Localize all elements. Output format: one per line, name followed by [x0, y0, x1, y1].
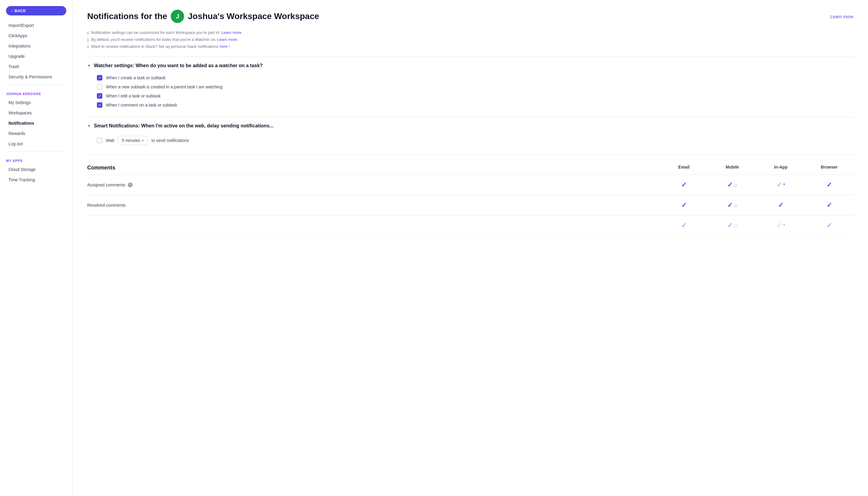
row3-inapp-check-icon: ✓ — [777, 221, 782, 229]
sidebar-item-trash[interactable]: Trash — [2, 61, 70, 72]
resolved-mobile-cell[interactable]: ✓ ⌀ — [708, 201, 757, 209]
info-icon-1: ℹ — [87, 31, 89, 35]
header-learn-more-link[interactable]: Learn more — [830, 14, 853, 19]
col-browser: Browser — [805, 165, 853, 171]
workspace-avatar: J — [171, 10, 184, 23]
sidebar-item-logout[interactable]: Log out — [2, 139, 70, 149]
mobile-slash-icon: ⌀ — [734, 181, 737, 188]
collapse-icon-smart: ▼ — [87, 124, 91, 128]
table-row-resolved-comments: Resolved comments ✓ ✓ ⌀ ✓ ✓ — [87, 195, 853, 216]
table-header: Comments Email Mobile In-App Browser — [87, 161, 853, 175]
sidebar-item-time-tracking[interactable]: Time Tracking — [2, 175, 70, 185]
chevron-left-icon: ‹ — [12, 9, 13, 13]
table-row-3: ✓ ✓ ⌀ ✓ * ✓ — [87, 216, 853, 236]
smart-notifications-title: Smart Notifications: When I'm active on … — [94, 123, 273, 129]
sidebar-divider-2 — [6, 151, 66, 152]
user-section: My Settings Workspaces Notifications Rew… — [0, 97, 72, 149]
col-mobile: Mobile — [708, 165, 757, 171]
checkbox-edit-task[interactable] — [97, 93, 102, 99]
row3-mobile-cell[interactable]: ✓ ⌀ — [708, 221, 757, 229]
page-header: Notifications for the J Joshua's Workspa… — [87, 10, 853, 23]
comments-table: Comments Email Mobile In-App Browser Ass… — [87, 161, 853, 236]
apps-section: Cloud Storage Time Tracking — [0, 164, 72, 185]
info-note-2: ℹ By default, you'll receive notificatio… — [87, 37, 853, 42]
smart-notifications-header[interactable]: ▼ Smart Notifications: When I'm active o… — [87, 123, 853, 129]
row3-mobile-slash-icon: ⌀ — [734, 222, 737, 229]
row3-email-cell[interactable]: ✓ — [660, 221, 708, 229]
assigned-comments-label: Assigned comments ? — [87, 183, 660, 187]
row3-browser-cell[interactable]: ✓ — [805, 221, 853, 229]
watcher-checkbox-subtask: When a new subtask is created in a paren… — [87, 82, 853, 91]
section-divider-3 — [87, 155, 853, 155]
row3-mobile-check-icon: ✓ — [727, 221, 733, 229]
assigned-inapp-cell[interactable]: ✓ * — [757, 181, 805, 189]
back-label: BACK — [15, 9, 26, 13]
mobile-check-icon: ✓ — [727, 181, 733, 189]
section-divider-1 — [87, 57, 853, 57]
row3-asterisk: * — [783, 223, 785, 228]
note1-learn-more-link[interactable]: Learn more — [221, 30, 241, 35]
comments-section-title: Comments — [87, 165, 660, 171]
watcher-checkbox-comment: When I comment on a task or subtask — [87, 100, 853, 110]
row3-inapp-cell[interactable]: ✓ * — [757, 221, 805, 229]
col-email: Email — [660, 165, 708, 171]
resolved-email-check-icon: ✓ — [681, 201, 687, 209]
checkbox-create-task[interactable] — [97, 75, 102, 80]
sidebar-item-upgrade[interactable]: Upgrade — [2, 51, 70, 61]
sidebar-item-cloud-storage[interactable]: Cloud Storage — [2, 164, 70, 175]
workspace-section: Import/Export ClickApps Integrations Upg… — [0, 20, 72, 82]
sidebar-divider-1 — [6, 84, 66, 85]
back-button[interactable]: ‹ BACK — [6, 6, 66, 15]
watcher-settings-section: ▼ Watcher settings: When do you want to … — [87, 63, 853, 110]
checkbox-comment-task[interactable] — [97, 102, 102, 108]
email-check-icon: ✓ — [681, 181, 687, 189]
col-inapp: In-App — [757, 165, 805, 171]
inapp-check-icon: ✓ — [777, 181, 782, 189]
sidebar-item-clickapps[interactable]: ClickApps — [2, 31, 70, 41]
sidebar-item-notifications[interactable]: Notifications — [2, 118, 70, 128]
page-title-prefix: Notifications for the — [87, 12, 167, 21]
resolved-mobile-check-icon: ✓ — [727, 201, 733, 209]
info-note-1: ℹ Notification settings can be customize… — [87, 30, 853, 35]
user-section-label: JOSHUA ADEGOKE — [0, 87, 72, 97]
apps-section-label: MY APPS — [0, 154, 72, 164]
info-icon-2: ℹ — [87, 37, 89, 42]
watcher-checkbox-edit: When I edit a task or subtask — [87, 91, 853, 100]
note2-learn-more-link[interactable]: Learn more — [217, 37, 237, 42]
assigned-mobile-cell[interactable]: ✓ ⌀ — [708, 181, 757, 189]
workspace-name: Joshua's Workspace Workspace — [188, 12, 319, 21]
table-row-assigned-comments: Assigned comments ? ✓ ✓ ⌀ ✓ * ✓ — [87, 175, 853, 195]
collapse-icon-watcher: ▼ — [87, 64, 91, 68]
watcher-checkbox-create: When I create a task or subtask — [87, 73, 853, 82]
smart-notif-row: Wait 5 minutes ▾ to send notifications — [87, 134, 853, 148]
assigned-browser-cell[interactable]: ✓ — [805, 181, 853, 189]
title-group: Notifications for the J Joshua's Workspa… — [87, 10, 319, 23]
delay-dropdown[interactable]: 5 minutes ▾ — [118, 136, 148, 145]
watcher-settings-title: Watcher settings: When do you want to be… — [94, 63, 263, 68]
delay-value: 5 minutes — [122, 138, 140, 143]
sidebar: ‹ BACK Import/Export ClickApps Integrati… — [0, 0, 73, 496]
assigned-email-cell[interactable]: ✓ — [660, 181, 708, 189]
sidebar-item-my-settings[interactable]: My Settings — [2, 97, 70, 108]
sidebar-item-workspaces[interactable]: Workspaces — [2, 108, 70, 118]
resolved-email-cell[interactable]: ✓ — [660, 201, 708, 209]
resolved-inapp-cell[interactable]: ✓ — [757, 201, 805, 209]
note3-here-link[interactable]: here — [219, 44, 227, 49]
resolved-mobile-slash-icon: ⌀ — [734, 202, 737, 209]
assigned-comments-help-icon[interactable]: ? — [128, 183, 133, 187]
sidebar-item-integrations[interactable]: Integrations — [2, 41, 70, 51]
resolved-inapp-check-icon: ✓ — [778, 201, 783, 209]
sidebar-item-security[interactable]: Security & Permissions — [2, 72, 70, 82]
sidebar-item-rewards[interactable]: Rewards — [2, 128, 70, 139]
checkbox-new-subtask[interactable] — [97, 84, 102, 90]
smart-notif-checkbox[interactable] — [97, 138, 102, 143]
resolved-browser-cell[interactable]: ✓ — [805, 201, 853, 209]
watcher-settings-header[interactable]: ▼ Watcher settings: When do you want to … — [87, 63, 853, 68]
sidebar-item-import-export[interactable]: Import/Export — [2, 20, 70, 31]
info-icon-3: ℹ — [87, 45, 89, 49]
resolved-comments-label: Resolved comments — [87, 203, 660, 207]
inapp-asterisk: * — [783, 183, 785, 187]
chevron-down-icon: ▾ — [142, 139, 144, 142]
section-divider-2 — [87, 117, 853, 117]
smart-notifications-section: ▼ Smart Notifications: When I'm active o… — [87, 123, 853, 148]
